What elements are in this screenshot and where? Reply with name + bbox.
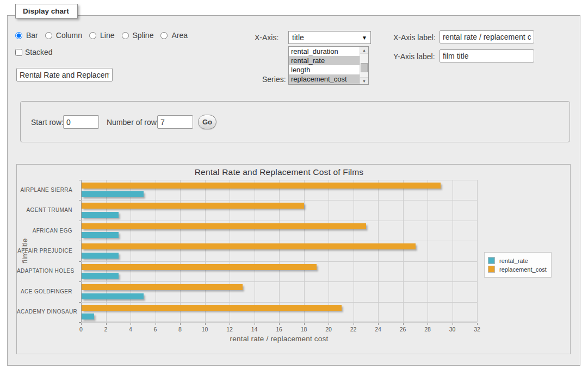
chart-type-label-area[interactable]: Area	[171, 31, 188, 40]
x-axis-tick	[81, 323, 82, 325]
gridline	[180, 180, 181, 322]
gridline	[378, 180, 379, 322]
legend-swatch-icon	[488, 257, 495, 264]
x-axis-select[interactable]: title ▼	[288, 31, 371, 44]
x-axis-tick	[106, 323, 107, 325]
y-axis-label-input[interactable]	[440, 49, 534, 62]
gridline	[81, 180, 477, 180]
stacked-checkbox[interactable]	[15, 49, 22, 56]
category-label: ACE GOLDFINGER	[17, 289, 77, 294]
x-tick-label: 16	[270, 326, 288, 333]
x-tick-label: 24	[369, 326, 387, 333]
legend-label: replacement_cost	[499, 266, 547, 273]
gridline	[279, 180, 280, 322]
gridline	[304, 180, 305, 322]
gridline	[230, 180, 230, 322]
x-axis-tick	[279, 323, 280, 325]
chart-type-radio-area[interactable]	[160, 32, 168, 39]
chart-type-radio-column[interactable]	[45, 32, 52, 39]
scroll-up-icon[interactable]: ▲	[360, 47, 368, 54]
chart-type-radio-bar[interactable]	[15, 32, 22, 39]
number-of-rows-input[interactable]	[157, 115, 193, 129]
chart-type-label-line[interactable]: Line	[100, 31, 114, 40]
x-tick-label: 10	[196, 326, 214, 333]
scrollbar-thumb[interactable]	[361, 63, 368, 72]
chart-title-input[interactable]	[16, 68, 113, 81]
bar-replacement_cost	[82, 223, 366, 229]
chart-type-radio-spline[interactable]	[122, 32, 129, 39]
x-tick-label: 26	[394, 326, 412, 333]
number-of-rows-caption: Number of rows:	[107, 118, 163, 127]
chart-type-label-column[interactable]: Column	[56, 31, 82, 40]
legend-item-replacement_cost: replacement_cost	[488, 266, 547, 273]
x-axis-tick	[205, 323, 206, 325]
legend-label: rental_rate	[499, 258, 528, 264]
bar-replacement_cost	[82, 264, 317, 270]
x-axis-tick	[428, 323, 428, 325]
gridline	[81, 302, 477, 303]
x-tick-label: 32	[468, 326, 486, 333]
y-axis-tick	[79, 302, 81, 303]
x-tick-label: 20	[319, 326, 338, 333]
chart-type-label-bar[interactable]: Bar	[26, 31, 38, 40]
gridline	[81, 261, 477, 262]
go-button[interactable]: Go	[198, 115, 216, 129]
gridline	[106, 180, 107, 322]
x-tick-label: 0	[72, 326, 90, 333]
series-option-rental_rate[interactable]: rental_rate	[289, 56, 360, 65]
chart-type-label-spline[interactable]: Spline	[133, 31, 154, 40]
gridline	[81, 241, 477, 241]
x-axis-tick	[477, 323, 478, 325]
bar-rental_rate	[82, 313, 94, 319]
gridline	[255, 180, 255, 322]
x-axis-title: rental rate / replacement cost	[81, 335, 477, 343]
bar-rental_rate	[82, 232, 119, 238]
bar-replacement_cost	[82, 243, 416, 249]
gridline	[453, 180, 453, 322]
gridline	[205, 180, 206, 322]
x-tick-label: 2	[97, 326, 115, 333]
legend-item-rental_rate: rental_rate	[488, 257, 547, 264]
y-axis-tick	[79, 261, 81, 262]
y-axis-tick	[79, 180, 81, 180]
series-listbox[interactable]: rental_durationrental_ratelengthreplacem…	[288, 46, 369, 85]
x-axis-tick	[255, 323, 255, 325]
y-axis-line	[81, 180, 82, 322]
y-axis-tick	[79, 221, 81, 221]
series-option-length[interactable]: length	[289, 65, 360, 74]
start-row-input[interactable]	[63, 115, 99, 129]
bar-replacement_cost	[82, 284, 243, 290]
category-label: AGENT TRUMAN	[17, 207, 77, 213]
y-axis-tick	[79, 200, 81, 200]
gridline	[131, 180, 131, 322]
x-axis-tick	[304, 323, 305, 325]
x-tick-label: 12	[220, 326, 239, 333]
chart-title: Rental Rate and Replacement Cost of Film…	[81, 167, 477, 177]
series-option-replacement_cost[interactable]: replacement_cost	[289, 74, 360, 84]
y-axis-label-caption: Y-Axis label:	[393, 52, 435, 61]
chart-container: Rental Rate and Replacement Cost of Film…	[16, 164, 571, 354]
x-axis-tick	[329, 323, 329, 325]
gridline	[81, 221, 477, 221]
x-axis-tick	[131, 323, 131, 325]
series-option-rental_duration[interactable]: rental_duration	[289, 47, 360, 56]
chart-type-radio-line[interactable]	[89, 32, 96, 39]
x-tick-label: 22	[344, 326, 363, 333]
x-axis-selected-value: title	[292, 33, 304, 42]
bar-rental_rate	[82, 212, 119, 218]
x-axis-label-input[interactable]	[440, 30, 534, 43]
scroll-down-icon[interactable]: ▼	[360, 77, 368, 84]
bar-replacement_cost	[82, 183, 441, 189]
x-axis-tick	[378, 323, 379, 325]
gridline	[428, 180, 428, 322]
gridline	[329, 180, 329, 322]
series-scrollbar[interactable]: ▲ ▼	[360, 47, 368, 84]
category-label: AFFAIR PREJUDICE	[17, 248, 77, 254]
x-tick-label: 30	[443, 326, 462, 333]
x-tick-label: 8	[171, 326, 189, 333]
x-axis-tick	[180, 323, 181, 325]
chart-legend: rental_ratereplacement_cost	[484, 252, 552, 278]
y-axis-tick	[79, 281, 81, 282]
bar-rental_rate	[82, 293, 144, 299]
stacked-label[interactable]: Stacked	[25, 48, 53, 57]
